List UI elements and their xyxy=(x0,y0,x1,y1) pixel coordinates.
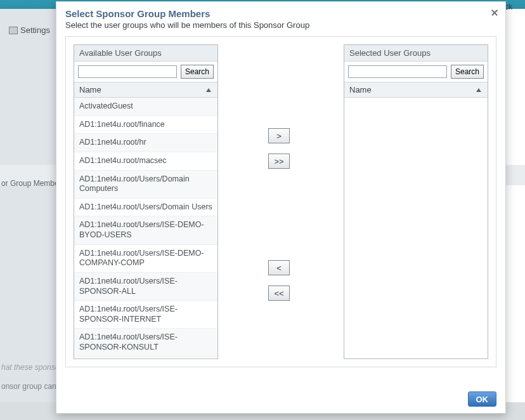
selected-search-button[interactable]: Search xyxy=(451,65,484,79)
mover-add-group: > >> xyxy=(268,128,294,179)
dialog-title: Select Sponsor Group Members xyxy=(56,2,505,20)
list-item[interactable]: AD1:1net4u.root/finance xyxy=(74,116,217,135)
sort-asc-icon xyxy=(476,88,481,92)
available-list[interactable]: ActivatedGuestAD1:1net4u.root/financeAD1… xyxy=(74,98,217,358)
background-text-2: onsor group can xyxy=(1,382,56,391)
available-search-button[interactable]: Search xyxy=(181,65,214,79)
available-panel: Available User Groups Search Name Activa… xyxy=(74,44,218,359)
settings-label: Settings xyxy=(20,25,50,35)
selected-list[interactable] xyxy=(344,98,488,358)
settings-badge[interactable]: Settings xyxy=(9,25,50,35)
dialog-subtitle: Select the user groups who will be membe… xyxy=(56,20,505,36)
ok-button[interactable]: OK xyxy=(468,391,497,407)
available-search-bar: Search xyxy=(74,62,217,82)
available-column-header[interactable]: Name xyxy=(74,82,217,98)
selected-list-wrap xyxy=(344,98,488,358)
list-item[interactable]: ActivatedGuest xyxy=(74,98,217,116)
selected-panel-title: Selected User Groups xyxy=(344,45,488,62)
available-column-name: Name xyxy=(79,85,101,95)
selected-column-header[interactable]: Name xyxy=(344,82,488,98)
dialog-footer: OK xyxy=(65,391,496,407)
breadcrumb-fragment: or Group Membe xyxy=(1,179,59,188)
selected-search-input[interactable] xyxy=(348,65,447,78)
list-item[interactable]: AD1:1net4u.root/Users/ISE-SPONSOR-KONSUL… xyxy=(74,329,217,357)
remove-one-button[interactable]: < xyxy=(268,260,290,275)
list-item[interactable]: AD1:1net4u.root/Users/ISE-DEMO-BYOD-USER… xyxy=(74,216,217,244)
background-text-1: hat these sponsor xyxy=(1,363,62,372)
available-list-wrap: ActivatedGuestAD1:1net4u.root/financeAD1… xyxy=(74,98,217,358)
list-item[interactable]: AD1:1net4u.root/Users/ISE-SPONSOR-INTERN… xyxy=(74,301,217,329)
remove-all-button[interactable]: << xyxy=(268,285,290,301)
select-sponsor-group-members-dialog: Select Sponsor Group Members Select the … xyxy=(56,1,506,414)
dialog-body: Available User Groups Search Name Activa… xyxy=(65,36,496,367)
add-one-button[interactable]: > xyxy=(268,128,290,143)
list-item[interactable]: AD1:1net4u.root/Users/ISE-DEMO-COMPANY-C… xyxy=(74,245,217,273)
selected-panel: Selected User Groups Search Name xyxy=(344,44,488,359)
selected-column-name: Name xyxy=(349,85,372,95)
available-panel-title: Available User Groups xyxy=(74,45,217,62)
list-item[interactable]: AD1:1net4u.root/Users/Domain Users xyxy=(74,199,217,217)
close-icon[interactable] xyxy=(490,8,499,17)
list-item[interactable]: AD1:1net4u.root/hr xyxy=(74,134,217,152)
list-item[interactable]: AD1:1net4u.root/macsec xyxy=(74,152,217,171)
add-all-button[interactable]: >> xyxy=(268,154,290,169)
monitor-icon xyxy=(9,27,18,34)
list-item[interactable]: AD1:1net4u.root/Users/Domain Computers xyxy=(74,171,217,199)
available-search-input[interactable] xyxy=(78,65,177,78)
mover-remove-group: < << xyxy=(268,260,294,311)
selected-search-bar: Search xyxy=(344,62,488,82)
sort-asc-icon xyxy=(206,88,211,92)
app-sidebar-bg xyxy=(0,0,56,420)
list-item[interactable]: AD1:1net4u.root/Users/ISE-SPONSOR-ALL xyxy=(74,273,217,301)
list-item[interactable]: AD1:1net4u.root/XM/XenMobile xyxy=(74,357,217,358)
